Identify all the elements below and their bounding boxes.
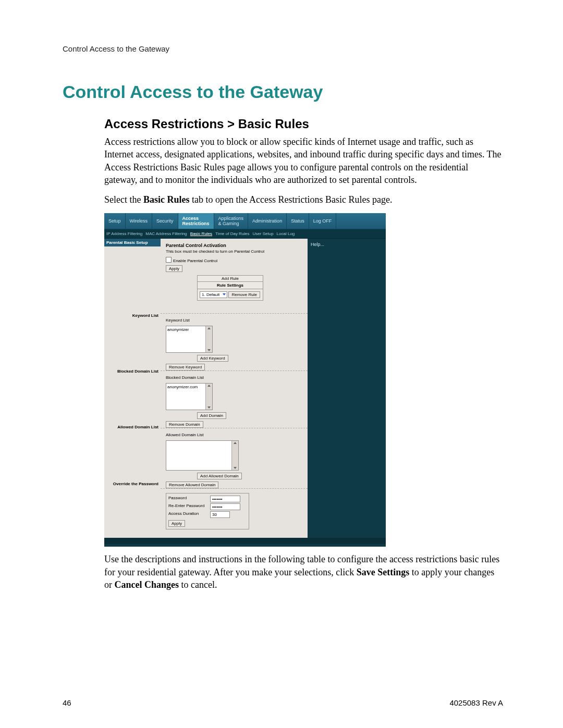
running-head: Control Access to the Gateway — [63, 44, 503, 53]
section-parental-control: Parental Control Activation This box mus… — [161, 239, 308, 314]
closing-paragraph: Use the descriptions and instructions in… — [104, 553, 503, 591]
para2-c: tab to open the Access Restrictions Basi… — [190, 194, 393, 205]
nav-wireless[interactable]: Wireless — [126, 213, 153, 229]
rule-box: Add Rule Rule Settings 1. Default Remove… — [197, 275, 263, 301]
doc-id: 4025083 Rev A — [449, 698, 503, 707]
intro-paragraph: Access restrictions allow you to block o… — [104, 135, 503, 186]
para3-b: Save Settings — [357, 567, 410, 577]
para3-e: to cancel. — [179, 579, 217, 590]
add-rule-button[interactable]: Add Rule — [198, 276, 263, 282]
scrollbar[interactable] — [205, 326, 212, 352]
label-keyword-list: Keyword List — [104, 313, 161, 318]
left-strip-title: Parental Basic Setup — [104, 239, 161, 246]
pc-checkbox-label: Enable Parental Control — [173, 258, 217, 263]
nav-status[interactable]: Status — [287, 213, 309, 229]
para3-d: Cancel Changes — [115, 579, 179, 590]
sub-nav: IP Address Filtering MAC Address Filteri… — [104, 229, 386, 239]
ui-bottom-bar — [104, 538, 386, 544]
nav-setup[interactable]: Setup — [104, 213, 126, 229]
nav-logoff[interactable]: Log OFF — [309, 213, 337, 229]
bd-label: Blocked Domain List — [166, 375, 302, 380]
pc-activation-note: This box must be checked to turn on Pare… — [166, 249, 302, 254]
content-block: Access Restrictions > Basic Rules Access… — [104, 117, 503, 591]
document-page: Control Access to the Gateway Control Ac… — [0, 0, 563, 728]
allowed-domain-listbox[interactable] — [166, 440, 239, 471]
ui-left-column: Parental Basic Setup Keyword List Blocke… — [104, 239, 161, 544]
label-blocked-domain: Blocked Domain List — [104, 369, 161, 374]
keyword-item: anonymizer — [167, 327, 189, 332]
subnav-mac-filtering[interactable]: MAC Address Filtering — [145, 231, 187, 236]
page-title: Control Access to the Gateway — [63, 82, 503, 102]
rule-settings-title: Rule Settings — [198, 282, 263, 289]
label-override-password: Override the Password — [104, 482, 161, 486]
blocked-domain-listbox[interactable]: anonymizer.com — [166, 383, 213, 410]
access-duration-input[interactable]: 30 — [210, 511, 230, 518]
keyword-listbox[interactable]: anonymizer — [166, 326, 213, 353]
pc-activation-title: Parental Control Activation — [166, 243, 302, 248]
kw-label: Keyword List — [166, 318, 302, 323]
pw-label-3: Access Duration — [168, 511, 210, 518]
rule-body: 1. Default Remove Rule — [198, 289, 263, 300]
nav-access-restrictions[interactable]: Access Restrictions — [178, 213, 214, 229]
nav-applications-gaming[interactable]: Applications & Gaming — [214, 213, 249, 229]
subnav-basic-rules[interactable]: Basic Rules — [190, 231, 212, 236]
help-link[interactable]: Help... — [311, 242, 324, 247]
router-ui-screenshot: Setup Wireless Security Access Restricti… — [104, 213, 386, 547]
rule-select[interactable]: 1. Default — [200, 291, 227, 298]
subnav-ip-filtering[interactable]: IP Address Filtering — [106, 231, 142, 236]
pc-enable-row: Enable Parental Control — [166, 257, 302, 263]
scrollbar[interactable] — [205, 384, 212, 410]
main-nav: Setup Wireless Security Access Restricti… — [104, 213, 386, 229]
reenter-password-input[interactable]: ••••••• — [210, 503, 240, 510]
section-keyword-list: Keyword List anonymizer Add Keyword Remo… — [161, 314, 308, 371]
pc-apply-button[interactable]: Apply — [166, 265, 182, 272]
add-domain-button[interactable]: Add Domain — [197, 412, 226, 419]
instruction-paragraph: Select the Basic Rules tab to open the A… — [104, 193, 503, 206]
ui-middle-column: Parental Control Activation This box mus… — [161, 239, 308, 544]
section-allowed-domain: Allowed Domain List Add Allowed Domain R… — [161, 428, 308, 489]
page-footer: 46 4025083 Rev A — [63, 698, 503, 707]
remove-allowed-domain-button[interactable]: Remove Allowed Domain — [166, 482, 218, 488]
pw-label-1: Password — [168, 496, 210, 502]
ui-help-column: Help... — [308, 239, 386, 544]
nav-administration[interactable]: Administration — [248, 213, 287, 229]
add-allowed-domain-button[interactable]: Add Allowed Domain — [197, 473, 242, 479]
add-keyword-button[interactable]: Add Keyword — [197, 355, 228, 362]
label-allowed-domain: Allowed Domain List — [104, 425, 161, 429]
subnav-time-of-day[interactable]: Time of Day Rules — [215, 231, 250, 236]
password-box: Password••••••• Re-Enter Password•••••••… — [166, 493, 249, 529]
subnav-user-setup[interactable]: User Setup — [253, 231, 274, 236]
para2-bold: Basic Rules — [143, 194, 190, 205]
page-number: 46 — [63, 698, 71, 707]
ui-main-area: Parental Basic Setup Keyword List Blocke… — [104, 239, 386, 544]
pw-label-2: Re-Enter Password — [168, 503, 210, 510]
remove-rule-button[interactable]: Remove Rule — [228, 291, 260, 298]
password-input[interactable]: ••••••• — [210, 496, 240, 502]
nav-security[interactable]: Security — [152, 213, 178, 229]
section-heading: Access Restrictions > Basic Rules — [104, 117, 503, 131]
section-override-password: Password••••••• Re-Enter Password•••••••… — [161, 489, 308, 534]
blocked-domain-item: anonymizer.com — [167, 385, 198, 389]
subnav-local-log[interactable]: Local Log — [277, 231, 295, 236]
ad-label: Allowed Domain List — [166, 433, 302, 437]
scrollbar[interactable] — [231, 441, 238, 470]
remove-domain-button[interactable]: Remove Domain — [166, 421, 203, 428]
section-blocked-domain: Blocked Domain List anonymizer.com Add D… — [161, 371, 308, 428]
enable-parental-control-checkbox[interactable] — [166, 257, 172, 263]
pw-apply-button[interactable]: Apply — [168, 520, 185, 527]
para2-a: Select the — [104, 194, 143, 205]
remove-keyword-button[interactable]: Remove Keyword — [166, 364, 205, 371]
